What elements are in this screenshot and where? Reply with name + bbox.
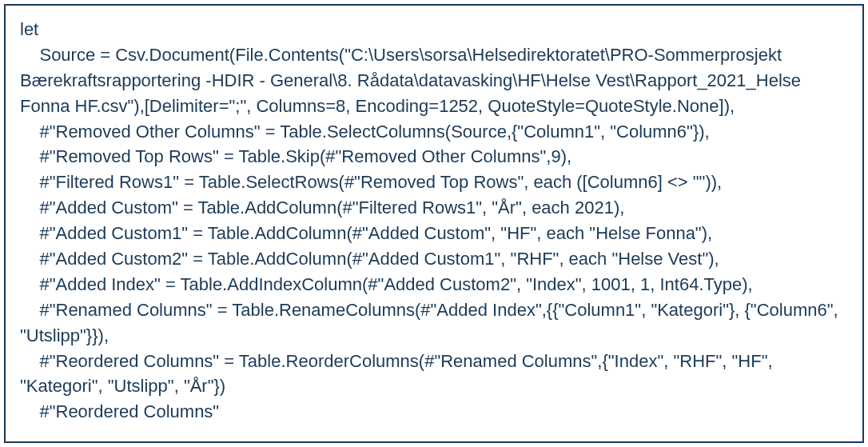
code-line-let: let [20, 17, 848, 42]
code-container: let Source = Csv.Document(File.Contents(… [4, 4, 864, 443]
code-line-source: Source = Csv.Document(File.Contents("C:\… [20, 42, 848, 119]
code-line-output: #"Reordered Columns" [20, 399, 848, 425]
code-line-added-index: #"Added Index" = Table.AddIndexColumn(#"… [20, 272, 848, 297]
code-line-renamed: #"Renamed Columns" = Table.RenameColumns… [20, 297, 848, 349]
code-line-added-custom1: #"Added Custom1" = Table.AddColumn(#"Add… [20, 221, 848, 246]
code-line-filtered: #"Filtered Rows1" = Table.SelectRows(#"R… [20, 170, 848, 195]
code-line-removed-top: #"Removed Top Rows" = Table.Skip(#"Remov… [20, 144, 848, 170]
code-line-reordered: #"Reordered Columns" = Table.ReorderColu… [20, 349, 848, 400]
code-line-removed-other: #"Removed Other Columns" = Table.SelectC… [20, 119, 848, 145]
code-line-added-custom: #"Added Custom" = Table.AddColumn(#"Filt… [20, 195, 848, 221]
code-line-added-custom2: #"Added Custom2" = Table.AddColumn(#"Add… [20, 246, 848, 272]
